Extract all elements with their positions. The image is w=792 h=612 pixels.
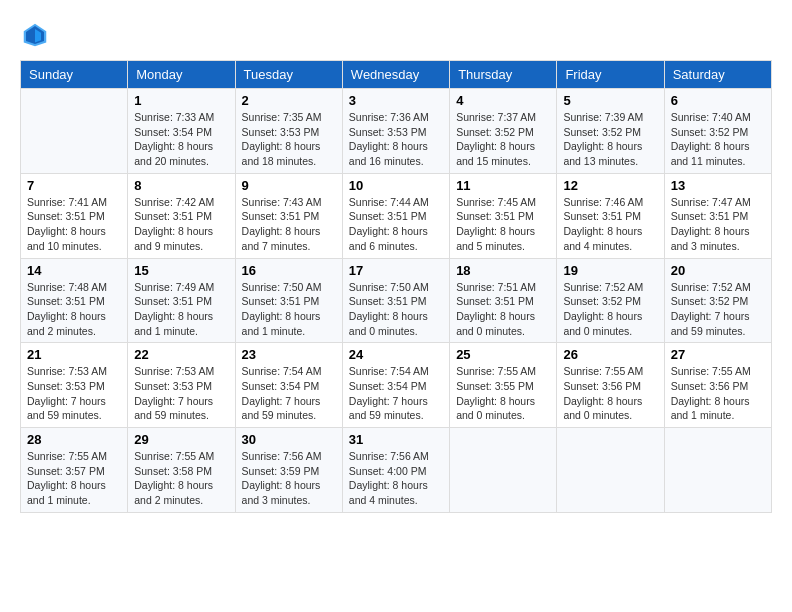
calendar-cell: 10Sunrise: 7:44 AM Sunset: 3:51 PM Dayli…: [342, 173, 449, 258]
day-number: 2: [242, 93, 336, 108]
calendar-cell: 14Sunrise: 7:48 AM Sunset: 3:51 PM Dayli…: [21, 258, 128, 343]
column-header-tuesday: Tuesday: [235, 61, 342, 89]
calendar-cell: [664, 428, 771, 513]
day-number: 25: [456, 347, 550, 362]
day-info: Sunrise: 7:54 AM Sunset: 3:54 PM Dayligh…: [242, 364, 336, 423]
calendar-cell: 16Sunrise: 7:50 AM Sunset: 3:51 PM Dayli…: [235, 258, 342, 343]
day-info: Sunrise: 7:42 AM Sunset: 3:51 PM Dayligh…: [134, 195, 228, 254]
day-number: 14: [27, 263, 121, 278]
day-number: 18: [456, 263, 550, 278]
day-info: Sunrise: 7:53 AM Sunset: 3:53 PM Dayligh…: [27, 364, 121, 423]
day-number: 21: [27, 347, 121, 362]
day-number: 26: [563, 347, 657, 362]
calendar-cell: 8Sunrise: 7:42 AM Sunset: 3:51 PM Daylig…: [128, 173, 235, 258]
day-number: 29: [134, 432, 228, 447]
calendar-cell: 11Sunrise: 7:45 AM Sunset: 3:51 PM Dayli…: [450, 173, 557, 258]
day-number: 10: [349, 178, 443, 193]
day-info: Sunrise: 7:55 AM Sunset: 3:58 PM Dayligh…: [134, 449, 228, 508]
day-info: Sunrise: 7:49 AM Sunset: 3:51 PM Dayligh…: [134, 280, 228, 339]
calendar-cell: 3Sunrise: 7:36 AM Sunset: 3:53 PM Daylig…: [342, 89, 449, 174]
day-info: Sunrise: 7:55 AM Sunset: 3:55 PM Dayligh…: [456, 364, 550, 423]
column-header-sunday: Sunday: [21, 61, 128, 89]
column-header-saturday: Saturday: [664, 61, 771, 89]
day-number: 11: [456, 178, 550, 193]
day-info: Sunrise: 7:48 AM Sunset: 3:51 PM Dayligh…: [27, 280, 121, 339]
day-number: 7: [27, 178, 121, 193]
day-info: Sunrise: 7:56 AM Sunset: 3:59 PM Dayligh…: [242, 449, 336, 508]
day-number: 4: [456, 93, 550, 108]
week-row-5: 28Sunrise: 7:55 AM Sunset: 3:57 PM Dayli…: [21, 428, 772, 513]
day-info: Sunrise: 7:54 AM Sunset: 3:54 PM Dayligh…: [349, 364, 443, 423]
day-number: 22: [134, 347, 228, 362]
day-info: Sunrise: 7:45 AM Sunset: 3:51 PM Dayligh…: [456, 195, 550, 254]
day-number: 17: [349, 263, 443, 278]
page-header: [20, 20, 772, 50]
calendar-cell: 1Sunrise: 7:33 AM Sunset: 3:54 PM Daylig…: [128, 89, 235, 174]
calendar-cell: 24Sunrise: 7:54 AM Sunset: 3:54 PM Dayli…: [342, 343, 449, 428]
day-number: 3: [349, 93, 443, 108]
calendar-header-row: SundayMondayTuesdayWednesdayThursdayFrid…: [21, 61, 772, 89]
calendar-body: 1Sunrise: 7:33 AM Sunset: 3:54 PM Daylig…: [21, 89, 772, 513]
day-number: 23: [242, 347, 336, 362]
day-number: 15: [134, 263, 228, 278]
calendar-cell: 27Sunrise: 7:55 AM Sunset: 3:56 PM Dayli…: [664, 343, 771, 428]
week-row-1: 1Sunrise: 7:33 AM Sunset: 3:54 PM Daylig…: [21, 89, 772, 174]
day-number: 31: [349, 432, 443, 447]
day-info: Sunrise: 7:41 AM Sunset: 3:51 PM Dayligh…: [27, 195, 121, 254]
calendar-cell: 18Sunrise: 7:51 AM Sunset: 3:51 PM Dayli…: [450, 258, 557, 343]
calendar-cell: [557, 428, 664, 513]
day-number: 20: [671, 263, 765, 278]
calendar-cell: 26Sunrise: 7:55 AM Sunset: 3:56 PM Dayli…: [557, 343, 664, 428]
day-number: 28: [27, 432, 121, 447]
calendar-cell: 19Sunrise: 7:52 AM Sunset: 3:52 PM Dayli…: [557, 258, 664, 343]
day-number: 30: [242, 432, 336, 447]
column-header-wednesday: Wednesday: [342, 61, 449, 89]
day-info: Sunrise: 7:51 AM Sunset: 3:51 PM Dayligh…: [456, 280, 550, 339]
day-info: Sunrise: 7:47 AM Sunset: 3:51 PM Dayligh…: [671, 195, 765, 254]
day-number: 1: [134, 93, 228, 108]
column-header-thursday: Thursday: [450, 61, 557, 89]
calendar-cell: 2Sunrise: 7:35 AM Sunset: 3:53 PM Daylig…: [235, 89, 342, 174]
calendar-cell: 13Sunrise: 7:47 AM Sunset: 3:51 PM Dayli…: [664, 173, 771, 258]
day-info: Sunrise: 7:46 AM Sunset: 3:51 PM Dayligh…: [563, 195, 657, 254]
calendar-cell: 29Sunrise: 7:55 AM Sunset: 3:58 PM Dayli…: [128, 428, 235, 513]
day-info: Sunrise: 7:43 AM Sunset: 3:51 PM Dayligh…: [242, 195, 336, 254]
calendar-cell: 9Sunrise: 7:43 AM Sunset: 3:51 PM Daylig…: [235, 173, 342, 258]
calendar-cell: 4Sunrise: 7:37 AM Sunset: 3:52 PM Daylig…: [450, 89, 557, 174]
day-info: Sunrise: 7:55 AM Sunset: 3:56 PM Dayligh…: [671, 364, 765, 423]
calendar-cell: 28Sunrise: 7:55 AM Sunset: 3:57 PM Dayli…: [21, 428, 128, 513]
day-number: 8: [134, 178, 228, 193]
calendar-cell: 20Sunrise: 7:52 AM Sunset: 3:52 PM Dayli…: [664, 258, 771, 343]
day-info: Sunrise: 7:40 AM Sunset: 3:52 PM Dayligh…: [671, 110, 765, 169]
day-info: Sunrise: 7:50 AM Sunset: 3:51 PM Dayligh…: [242, 280, 336, 339]
day-number: 6: [671, 93, 765, 108]
day-number: 5: [563, 93, 657, 108]
day-info: Sunrise: 7:55 AM Sunset: 3:57 PM Dayligh…: [27, 449, 121, 508]
day-info: Sunrise: 7:52 AM Sunset: 3:52 PM Dayligh…: [671, 280, 765, 339]
calendar-cell: 12Sunrise: 7:46 AM Sunset: 3:51 PM Dayli…: [557, 173, 664, 258]
calendar-cell: 21Sunrise: 7:53 AM Sunset: 3:53 PM Dayli…: [21, 343, 128, 428]
day-info: Sunrise: 7:37 AM Sunset: 3:52 PM Dayligh…: [456, 110, 550, 169]
day-info: Sunrise: 7:39 AM Sunset: 3:52 PM Dayligh…: [563, 110, 657, 169]
calendar-cell: 6Sunrise: 7:40 AM Sunset: 3:52 PM Daylig…: [664, 89, 771, 174]
column-header-friday: Friday: [557, 61, 664, 89]
calendar-cell: 30Sunrise: 7:56 AM Sunset: 3:59 PM Dayli…: [235, 428, 342, 513]
day-info: Sunrise: 7:33 AM Sunset: 3:54 PM Dayligh…: [134, 110, 228, 169]
calendar-cell: 25Sunrise: 7:55 AM Sunset: 3:55 PM Dayli…: [450, 343, 557, 428]
day-info: Sunrise: 7:53 AM Sunset: 3:53 PM Dayligh…: [134, 364, 228, 423]
calendar-cell: 15Sunrise: 7:49 AM Sunset: 3:51 PM Dayli…: [128, 258, 235, 343]
day-number: 19: [563, 263, 657, 278]
day-number: 9: [242, 178, 336, 193]
logo-icon: [20, 20, 50, 50]
column-header-monday: Monday: [128, 61, 235, 89]
logo: [20, 20, 54, 50]
calendar-cell: 7Sunrise: 7:41 AM Sunset: 3:51 PM Daylig…: [21, 173, 128, 258]
day-number: 24: [349, 347, 443, 362]
day-info: Sunrise: 7:50 AM Sunset: 3:51 PM Dayligh…: [349, 280, 443, 339]
day-info: Sunrise: 7:52 AM Sunset: 3:52 PM Dayligh…: [563, 280, 657, 339]
calendar-cell: 31Sunrise: 7:56 AM Sunset: 4:00 PM Dayli…: [342, 428, 449, 513]
calendar: SundayMondayTuesdayWednesdayThursdayFrid…: [20, 60, 772, 513]
day-info: Sunrise: 7:35 AM Sunset: 3:53 PM Dayligh…: [242, 110, 336, 169]
day-number: 27: [671, 347, 765, 362]
calendar-cell: 22Sunrise: 7:53 AM Sunset: 3:53 PM Dayli…: [128, 343, 235, 428]
